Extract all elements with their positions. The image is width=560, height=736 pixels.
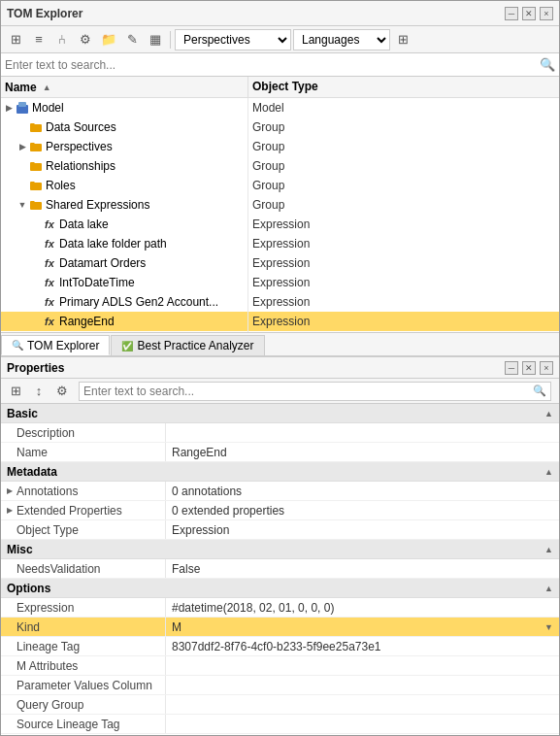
tree-row-type: Expression [248,295,559,309]
folder-icon [28,120,44,134]
perspectives-select[interactable]: Perspectives [175,29,291,50]
tree-row[interactable]: fxData lake folder pathExpression [1,234,559,253]
props-section-header-options[interactable]: Options▲ [1,579,559,598]
chevron-icon: ▲ [544,545,553,554]
tree-indent [1,120,16,134]
minimize-button[interactable]: ─ [505,7,518,20]
svg-rect-1 [18,102,26,107]
type-column-header: Object Type [248,77,559,97]
props-section-header-basic[interactable]: Basic▲ [1,404,559,423]
props-row: Expression#datetime(2018, 02, 01, 0, 0, … [1,598,559,618]
expand-button[interactable] [30,296,42,308]
expand-button[interactable]: ▶ [3,102,15,114]
folder-icon [28,198,44,212]
tree-panel: Name ▲ Object Type ▶ModelModel Data Sour… [1,77,559,333]
props-row-value [166,423,559,442]
tree-row[interactable]: RolesGroup [1,176,559,195]
tree-row-label: Shared Expressions [46,198,149,212]
tree-indent [1,159,16,173]
properties-title-controls: ─ ✕ × [505,361,553,375]
chevron-icon: ▲ [544,409,553,418]
tree-row[interactable]: fxRangeStartExpression [1,331,559,332]
props-row-value: #datetime(2018, 02, 01, 0, 0, 0) [166,598,559,617]
expand-button[interactable] [30,316,42,327]
list-view-button[interactable]: ≡ [28,29,49,50]
tab-best-practice[interactable]: ✅ Best Practice Analyzer [111,335,264,355]
expand-button[interactable] [30,238,42,250]
props-grid-button[interactable]: ⊞ [5,381,26,402]
tree-row[interactable]: fxPrimary ADLS Gen2 Account...Expression [1,292,559,312]
properties-search-bar: 🔍 [79,382,551,401]
grid-view-button[interactable]: ⊞ [5,29,26,50]
props-filter-button[interactable]: ⚙ [51,381,73,402]
props-section-header-metadata[interactable]: Metadata▲ [1,462,559,482]
props-minimize-button[interactable]: ─ [505,361,518,375]
props-section-header-misc[interactable]: Misc▲ [1,540,559,559]
tree-row-label: Datamart Orders [59,256,146,270]
properties-title: Properties [7,361,64,375]
tree-indent [1,140,16,153]
props-close-button[interactable]: × [540,361,553,375]
tree-row[interactable]: fxRangeEndExpression [1,312,559,331]
tree-row-label: IntToDateTime [59,276,135,289]
props-row-label: Source Lineage Tag [1,715,166,733]
expand-arrow-icon[interactable]: ▶ [7,486,13,495]
hierarchy-button[interactable]: ⑃ [51,29,73,50]
tree-row[interactable]: ▼Shared ExpressionsGroup [1,195,559,215]
expand-button[interactable] [30,277,42,288]
tree-row[interactable]: ▶ModelModel [1,98,559,117]
props-sort-button[interactable]: ↕ [28,381,49,402]
columns-button[interactable]: ▦ [145,29,166,50]
expand-arrow-icon[interactable]: ▶ [7,506,13,515]
search-input[interactable] [5,58,540,72]
tree-row[interactable]: RelationshipsGroup [1,156,559,176]
props-row-label: Object Type [1,520,166,539]
expand-button[interactable]: ⊞ [392,29,413,50]
tree-row-label: Perspectives [46,140,113,153]
edit-button[interactable]: ✎ [121,29,143,50]
close-button[interactable]: × [540,7,553,20]
expand-button[interactable]: ▼ [16,199,28,211]
languages-select[interactable]: Languages [293,29,390,50]
settings-button[interactable]: ⚙ [75,29,96,50]
expand-button[interactable] [16,180,28,191]
props-row-value: RangeEnd [166,443,559,461]
tree-indent [1,276,30,289]
tree-indent [1,198,16,212]
title-controls: ─ ✕ × [505,7,553,20]
tree-row-type: Group [248,179,559,192]
expand-button[interactable]: ▶ [16,141,28,152]
expand-button[interactable] [16,121,28,133]
tree-indent [1,217,30,231]
props-row-value: False [166,559,559,578]
expand-button[interactable] [30,257,42,269]
expand-button[interactable] [30,218,42,230]
fx-icon: fx [42,237,57,251]
fx-icon: fx [42,295,57,309]
props-row-label: Query Group [1,695,166,714]
tree-row[interactable]: ▶PerspectivesGroup [1,137,559,156]
properties-search-input[interactable] [83,385,533,398]
tree-row-label: Relationships [46,159,115,173]
folder-icon [28,140,44,153]
tab-tom-explorer[interactable]: 🔍 TOM Explorer [1,335,110,355]
tree-row[interactable]: fxData lakeExpression [1,215,559,234]
pin-button[interactable]: ✕ [522,7,536,20]
tree-row[interactable]: Data SourcesGroup [1,117,559,137]
props-row-value: 0 extended properties [166,501,559,519]
expand-button[interactable] [16,160,28,172]
model-icon [15,101,30,115]
folder-button[interactable]: 📁 [98,29,119,50]
tree-row-type: Expression [248,315,559,328]
tom-explorer-tab-icon: 🔍 [12,340,23,351]
props-pin-button[interactable]: ✕ [522,361,536,375]
tree-content[interactable]: ▶ModelModel Data SourcesGroup ▶Perspecti… [1,98,559,332]
tree-row[interactable]: fxIntToDateTimeExpression [1,273,559,292]
props-section-label: Misc [7,543,33,556]
tree-row-label: Primary ADLS Gen2 Account... [59,295,218,309]
window-title: TOM Explorer [7,7,82,20]
props-value-text: M [172,620,181,634]
tree-row[interactable]: fxDatamart OrdersExpression [1,253,559,273]
properties-content[interactable]: Basic▲DescriptionNameRangeEndMetadata▲▶A… [1,404,559,735]
props-row-value[interactable]: M▼ [166,618,559,636]
